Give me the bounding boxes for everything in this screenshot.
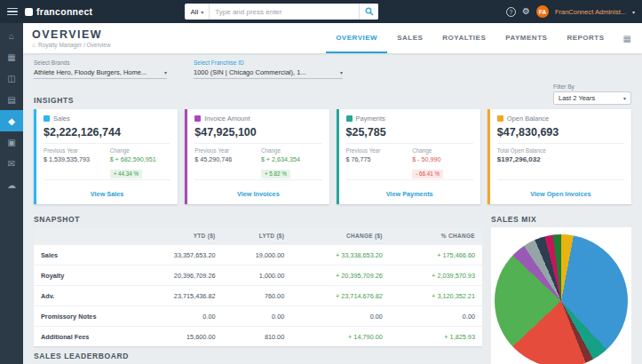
cell-value: + 2,039,570.93: [390, 265, 482, 286]
chevron-down-icon: ▾: [201, 9, 203, 15]
title-wrap: OVERVIEW ⌂ Royalty Manager / Overview: [32, 28, 111, 48]
filters-row: Select Brands Athlete Hero, Floody Burge…: [23, 53, 642, 82]
sidebar: ⌂▦◫▤◆▣✉☁: [0, 23, 23, 364]
sidebar-item-messages[interactable]: ✉: [0, 153, 23, 174]
tab-reports[interactable]: REPORTS: [557, 23, 614, 53]
row-label: Promissory Notes: [34, 306, 133, 327]
cell-value: 19,000.00: [223, 245, 292, 265]
payments-card: Payments $25,785 Previous Year $ 76,775 …: [337, 109, 480, 204]
row-label: Royalty: [34, 265, 133, 286]
snapshot-column-lytd: LYTD ($): [223, 227, 292, 245]
snapshot-column-blank: [34, 227, 133, 245]
sidebar-item-royalty-manager[interactable]: ◆: [0, 110, 23, 131]
topbar-right: ? ⚙ FA FranConnect Administ... ▾: [506, 5, 635, 18]
sidebar-item-info-manager[interactable]: ▤: [0, 89, 23, 110]
page-header: OVERVIEW ⌂ Royalty Manager / Overview OV…: [23, 23, 642, 53]
sidebar-item-dashboard[interactable]: ▦: [0, 46, 23, 67]
view-sales-link[interactable]: View Sales: [91, 190, 124, 198]
open-balance-card-icon: [497, 115, 503, 122]
royalty-manager-icon: ◆: [8, 116, 15, 126]
snapshot-section-title: SNAPSHOT: [34, 215, 482, 224]
apps-grid-icon[interactable]: ▦: [614, 23, 631, 53]
search-scope-dropdown[interactable]: All ▾: [185, 4, 210, 20]
open-balance-card: Open Balance $47,830,693 Total Open Bala…: [487, 109, 631, 204]
change-badge: + 5.82 %: [261, 170, 290, 178]
cell-value: + 23,714,676.82: [291, 286, 390, 306]
cell-value: + 1,825.93: [390, 327, 482, 347]
info-manager-icon: ▤: [7, 95, 15, 105]
home-icon[interactable]: ⌂: [32, 42, 36, 48]
franchise-filter-dropdown[interactable]: 1000 (SIN | Chicago Commercial), 1... ▾: [194, 67, 343, 79]
snapshot-header-row: YTD ($) LYTD ($) CHANGE ($) % CHANGE: [34, 227, 482, 245]
help-icon[interactable]: ?: [506, 7, 516, 17]
avatar[interactable]: FA: [536, 5, 549, 18]
gear-icon[interactable]: ⚙: [522, 7, 530, 16]
cell-value: 15,600.00: [133, 327, 223, 347]
search-button[interactable]: [359, 4, 378, 20]
change-label: Change: [261, 147, 322, 154]
cell-value: + 175,466.60: [390, 245, 482, 265]
change-badge: - 66.41 %: [412, 170, 443, 178]
cell-value: + 20,395,709.26: [291, 265, 390, 286]
cell-value: + 14,790.00: [291, 327, 390, 347]
tab-sales[interactable]: SALES: [387, 23, 432, 53]
change-label: Change: [110, 147, 171, 154]
prev-year-label: Previous Year: [44, 147, 105, 154]
cell-value: 0.00: [133, 306, 223, 327]
cell-value: 760.00: [223, 286, 292, 306]
brands-filter: Select Brands Athlete Hero, Floody Burge…: [34, 59, 167, 79]
tab-royalties[interactable]: ROYALTIES: [432, 23, 495, 53]
logo-text: franconnect: [36, 6, 92, 17]
menu-icon[interactable]: [7, 8, 18, 16]
table-row: Royalty20,396,709.261,000.00+ 20,395,709…: [34, 265, 482, 286]
table-row: Promissory Notes0.000.000.000.00: [34, 306, 482, 327]
home-icon: ⌂: [9, 31, 14, 41]
user-menu-chevron-icon[interactable]: ▾: [632, 9, 635, 15]
filter-by-value: Last 2 Years: [559, 94, 595, 102]
brands-filter-dropdown[interactable]: Athlete Hero, Floody Burgers, Home... ▾: [34, 67, 167, 79]
insights-cards: Sales $2,222,126,744 Previous Year $ 1,5…: [23, 105, 642, 210]
sidebar-item-store[interactable]: ▣: [0, 131, 23, 153]
view-open-invoices-link[interactable]: View Open Invoices: [530, 190, 590, 198]
breadcrumb-text: Royalty Manager / Overview: [38, 42, 111, 48]
sales-mix-pie-chart: [495, 234, 628, 364]
change-value: $ + 2,634,354: [261, 155, 322, 163]
user-name[interactable]: FranConnect Administ...: [555, 8, 626, 16]
global-search: All ▾: [185, 4, 378, 20]
contacts-icon: ◫: [7, 74, 15, 83]
change-value: $ + 682,590,951: [110, 155, 171, 163]
invoice-amount: $47,925,100: [194, 126, 321, 138]
card-title: Sales: [53, 115, 70, 123]
chevron-down-icon: ▾: [164, 69, 167, 75]
cell-value: + 33,338,653.20: [291, 245, 390, 265]
franchise-filter: Select Franchise ID 1000 (SIN | Chicago …: [194, 59, 343, 79]
search-input[interactable]: [210, 8, 359, 16]
snapshot-column-pct-change: % CHANGE: [390, 227, 482, 245]
row-label: Adv.: [34, 286, 133, 306]
web-icon: ☁: [7, 180, 16, 190]
sidebar-item-web[interactable]: ☁: [0, 174, 23, 195]
view-payments-link[interactable]: View Payments: [386, 190, 433, 198]
invoice-amount-card: Invoice Amount $47,925,100 Previous Year…: [185, 109, 329, 204]
franchise-filter-label: Select Franchise ID: [194, 59, 343, 66]
tab-overview[interactable]: OVERVIEW: [326, 23, 387, 53]
topbar: franconnect All ▾ ? ⚙ FA FranConnect Adm…: [0, 0, 642, 23]
sidebar-item-home[interactable]: ⌂: [0, 25, 23, 46]
prev-year-value: $ 76,775: [346, 155, 408, 163]
open-balance-amount: $47,830,693: [497, 126, 624, 138]
sales-card-icon: [44, 115, 50, 122]
sidebar-item-contacts[interactable]: ◫: [0, 67, 23, 89]
filter-by: Filter By Last 2 Years ▾: [553, 83, 631, 105]
franconnect-logo: franconnect: [25, 6, 92, 17]
change-value: $ - 50,990: [412, 155, 473, 163]
tab-payments[interactable]: PAYMENTS: [495, 23, 557, 53]
sales-mix-section-title: SALES MIX: [491, 215, 631, 224]
prev-year-value: $ 45,290,746: [194, 155, 256, 163]
brands-filter-label: Select Brands: [34, 59, 167, 66]
messages-icon: ✉: [8, 159, 15, 169]
filter-by-dropdown[interactable]: Last 2 Years ▾: [553, 91, 631, 105]
total-open-balance-value: $197,296,032: [497, 155, 624, 163]
filter-by-label: Filter By: [553, 83, 631, 90]
view-invoices-link[interactable]: View Invoices: [237, 190, 280, 198]
total-open-balance-label: Total Open Balance: [497, 147, 624, 154]
